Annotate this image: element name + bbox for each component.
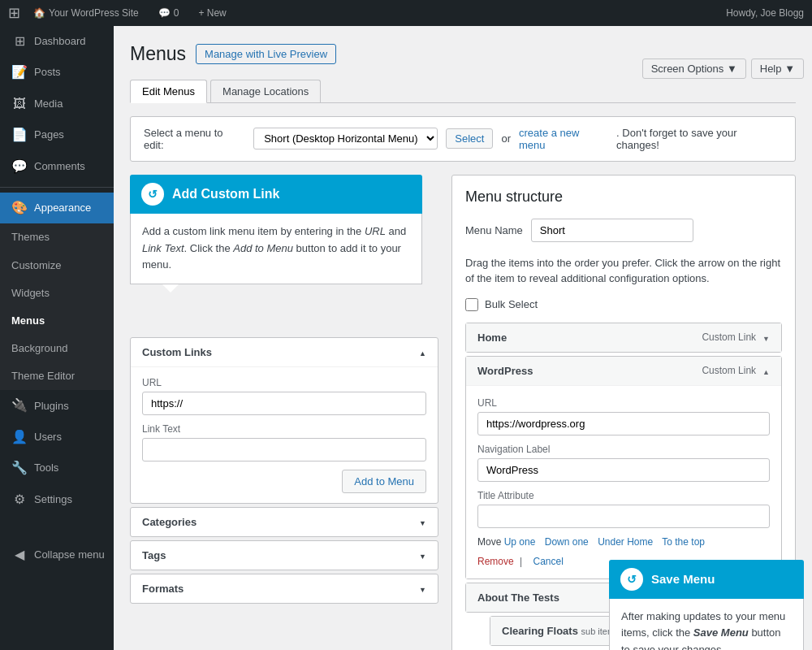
custom-link-tooltip-body: Add a custom link menu item by entering …: [130, 214, 422, 284]
sidebar-item-background[interactable]: Background: [0, 335, 114, 362]
select-menu-label: Select a menu to edit:: [144, 127, 245, 151]
create-new-menu-link[interactable]: create a new menu: [519, 127, 608, 151]
help-button[interactable]: Help ▼: [751, 58, 804, 79]
wp-title-attr-label: Title Attribute: [477, 490, 770, 501]
bulk-select-checkbox[interactable]: [465, 298, 478, 311]
pipe-separator: |: [520, 556, 522, 567]
save-menu-tooltip-title: Save Menu: [651, 572, 715, 586]
tooltip-arrow: [162, 284, 179, 292]
accordion-custom-links-content: URL Link Text Add to Menu: [131, 366, 438, 503]
collapse-icon: ◀: [11, 546, 28, 564]
screen-options-button[interactable]: Screen Options ▼: [642, 58, 746, 79]
move-under-home[interactable]: Under Home: [598, 536, 653, 548]
move-up-one[interactable]: Up one: [504, 536, 536, 548]
comments-icon: 💬: [158, 7, 171, 19]
sidebar-item-posts[interactable]: 📝 Posts: [0, 57, 114, 88]
bulk-select-row: Bulk Select: [465, 298, 782, 311]
tab-edit-menus[interactable]: Edit Menus: [130, 80, 207, 103]
wp-title-attr-input[interactable]: [477, 505, 770, 528]
menus-tabs: Edit Menus Manage Locations: [130, 80, 796, 103]
wp-layout: ⊞ Dashboard 📝 Posts 🖼 Media 📄 Pages 💬 Co…: [0, 26, 812, 650]
menu-name-input[interactable]: [531, 219, 693, 242]
url-input[interactable]: [142, 392, 426, 415]
tags-label: Tags: [142, 549, 166, 561]
custom-link-title: Add Custom Link: [172, 187, 279, 202]
admin-bar-right: Howdy, Joe Blogg: [726, 7, 804, 19]
sidebar-item-dashboard[interactable]: ⊞ Dashboard: [0, 26, 114, 57]
link-text-label: Link Text: [142, 423, 426, 435]
menu-item-wordpress-header[interactable]: WordPress Custom Link: [466, 357, 781, 385]
move-down-one[interactable]: Down one: [545, 536, 589, 548]
accordion: Custom Links URL Link Text: [130, 337, 438, 604]
sidebar-item-pages[interactable]: 📄 Pages: [0, 119, 114, 150]
menu-item-home-arrow-icon[interactable]: [762, 332, 770, 344]
tags-chevron-icon: [419, 549, 426, 561]
custom-link-tooltip-header: ↺ Add Custom Link: [130, 175, 422, 214]
sidebar-item-media[interactable]: 🖼 Media: [0, 89, 114, 119]
accordion-categories-header[interactable]: Categories: [131, 508, 438, 536]
screen-options-arrow-icon: ▼: [727, 63, 737, 75]
sidebar-item-widgets[interactable]: Widgets: [0, 280, 114, 307]
manage-live-preview-button[interactable]: Manage with Live Preview: [196, 44, 336, 64]
sidebar-item-plugins[interactable]: 🔌 Plugins: [0, 390, 114, 421]
remove-link[interactable]: Remove: [477, 556, 514, 567]
dont-forget-text: . Don't forget to save your changes!: [616, 127, 782, 151]
tools-icon: 🔧: [11, 459, 28, 477]
menu-item-wordpress-arrow-icon[interactable]: [762, 365, 770, 377]
menu-item-home-header[interactable]: Home Custom Link: [466, 323, 781, 352]
cancel-link[interactable]: Cancel: [533, 556, 564, 567]
sidebar-item-users[interactable]: 👤 Users: [0, 422, 114, 453]
sidebar-item-collapse[interactable]: ◀ Collapse menu: [0, 540, 114, 570]
posts-icon: 📝: [11, 63, 28, 81]
menu-item-wordpress-body: URL Navigation Label Title Attribute: [466, 385, 781, 578]
site-name[interactable]: 🏠 Your WordPress Site: [27, 0, 145, 26]
accordion-categories: Categories: [130, 507, 438, 537]
wp-url-row: URL: [477, 397, 770, 436]
menu-item-wordpress-title: WordPress: [477, 365, 702, 377]
move-to-top[interactable]: To the top: [662, 536, 705, 548]
accordion-formats: Formats: [130, 574, 438, 604]
menu-item-home-title: Home: [477, 332, 702, 344]
custom-links-label: Custom Links: [142, 346, 212, 358]
users-icon: 👤: [11, 428, 28, 446]
pages-icon: 📄: [11, 126, 28, 144]
accordion-formats-header[interactable]: Formats: [131, 574, 438, 603]
sidebar-submenu-appearance: Themes Customize Widgets Menus Backgroun…: [0, 223, 114, 390]
save-menu-tooltip: ↺ Save Menu After making updates to your…: [609, 560, 804, 651]
select-menu-button[interactable]: Select: [446, 128, 493, 149]
comments-item[interactable]: 💬 0: [152, 0, 186, 26]
menu-name-label: Menu Name: [465, 224, 523, 236]
sidebar-item-customize[interactable]: Customize: [0, 252, 114, 280]
save-tooltip-body: After making updates to your menu items,…: [609, 599, 804, 651]
sidebar-item-themes[interactable]: Themes: [0, 223, 114, 251]
categories-label: Categories: [142, 516, 197, 528]
formats-label: Formats: [142, 583, 184, 595]
wp-url-label: URL: [477, 397, 770, 409]
formats-chevron-icon: [419, 583, 426, 595]
sidebar-item-comments[interactable]: 💬 Comments: [0, 151, 114, 182]
or-text: or: [501, 132, 511, 145]
media-icon: 🖼: [11, 95, 28, 113]
move-links: Move Up one Down one Under Home To the t…: [477, 536, 770, 548]
sidebar-item-menus[interactable]: Menus: [0, 307, 114, 335]
sidebar-item-settings[interactable]: ⚙ Settings: [0, 484, 114, 515]
admin-bar: ⊞ 🏠 Your WordPress Site 💬 0 + New Howdy,…: [0, 0, 812, 26]
tab-manage-locations[interactable]: Manage Locations: [210, 80, 321, 102]
sidebar-item-appearance[interactable]: 🎨 Appearance: [0, 193, 114, 223]
sidebar-item-theme-editor[interactable]: Theme Editor: [0, 362, 114, 390]
wp-nav-label-input[interactable]: [477, 458, 770, 482]
sidebar: ⊞ Dashboard 📝 Posts 🖼 Media 📄 Pages 💬 Co…: [0, 26, 114, 650]
sidebar-separator: [0, 187, 114, 188]
menu-select-dropdown[interactable]: Short (Desktop Horizontal Menu): [253, 128, 438, 150]
wp-logo-icon[interactable]: ⊞: [8, 4, 20, 22]
wp-url-input[interactable]: [477, 412, 770, 436]
new-item[interactable]: + New: [192, 0, 232, 26]
accordion-custom-links-header[interactable]: Custom Links: [131, 338, 438, 366]
categories-chevron-icon: [419, 516, 426, 528]
settings-icon: ⚙: [11, 491, 28, 509]
add-to-menu-button[interactable]: Add to Menu: [342, 470, 426, 493]
accordion-tags-header[interactable]: Tags: [131, 541, 438, 570]
link-text-input[interactable]: [142, 438, 426, 462]
menu-item-home-type: Custom Link: [702, 332, 756, 343]
sidebar-item-tools[interactable]: 🔧 Tools: [0, 453, 114, 483]
